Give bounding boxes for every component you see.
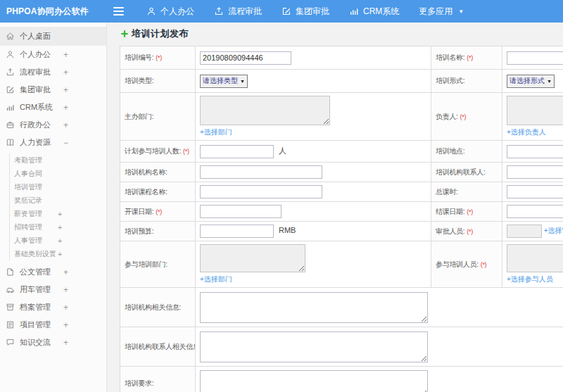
sidebar-subitem-base-category[interactable]: 基础类别设置+ [10,247,106,260]
field-label-join-people: 参与培训人员:(*) [431,241,502,288]
join-people-textarea[interactable] [507,244,563,272]
field-label-training-type: 培训类型: [120,70,196,93]
expand-plus-icon[interactable]: + [63,285,68,295]
field-label-org-name: 培训机构名称: [120,163,196,182]
expand-plus-icon[interactable]: + [63,85,68,95]
sidebar: 个人桌面 个人办公+ 流程审批+ 集团审批+ CRM系统+ 行政办公+ 人力资源… [0,23,107,392]
archive-icon [6,303,15,312]
org-contact-info-textarea[interactable] [200,331,428,362]
training-form-select[interactable]: 请选择形式▼ [507,75,555,88]
select-dept-link[interactable]: +选择部门 [200,274,426,284]
field-label-approver: 审批人员:(*) [431,222,502,241]
topnav-group-approval[interactable]: 集团审批 [272,0,339,23]
end-date-input[interactable] [507,205,563,218]
sidebar-item-vehicle[interactable]: 用车管理+ [0,281,106,298]
org-name-input[interactable] [200,165,322,179]
sidebar-subitem-recruit[interactable]: 招聘管理+ [10,220,106,234]
sidebar-item-archives[interactable]: 档案管理+ [0,298,106,316]
field-label-org-contact-info: 培训机构联系人相关信息: [120,327,196,367]
sidebar-item-crm[interactable]: CRM系统+ [0,99,106,116]
green-plus-icon [120,30,129,38]
field-label-training-form: 培训形式: [431,70,502,93]
expand-plus-icon[interactable]: + [58,207,62,220]
expand-plus-icon[interactable]: + [63,103,68,113]
user-icon [6,50,15,59]
sidebar-item-admin-office[interactable]: 行政办公+ [0,116,106,134]
sidebar-subitem-hr-contract[interactable]: 人事合同 [10,167,106,180]
field-label-planned-count: 计划参与培训人数:(*) [120,141,196,163]
sidebar-subitem-salary[interactable]: 薪资管理+ [10,207,106,220]
expand-plus-icon[interactable]: + [63,303,68,312]
field-label-org-info: 培训机构相关信息: [120,288,196,327]
sidebar-item-process-approval[interactable]: 流程审批+ [0,63,106,81]
expand-plus-icon[interactable]: + [58,247,62,260]
required-marker: (*) [467,208,473,215]
sidebar-subitem-training[interactable]: 培训管理 [10,180,106,194]
field-label-training-name: 培训名称:(*) [431,46,502,70]
sidebar-item-group-approval[interactable]: 集团审批+ [0,81,106,99]
expand-plus-icon[interactable]: + [63,320,68,330]
approver-input[interactable] [507,225,542,238]
org-contact-input[interactable] [507,165,563,179]
bar-chart-icon [349,6,359,16]
select-approver-link[interactable]: +选择审批人员 [544,227,563,234]
expand-plus-icon[interactable]: + [58,234,62,247]
total-hours-input[interactable] [507,185,563,198]
training-type-select[interactable]: 请选择类型▼ [200,75,248,88]
budget-input[interactable] [200,225,274,238]
sidebar-subitem-rewards[interactable]: 奖惩记录 [10,194,106,207]
required-marker: (*) [156,54,162,61]
planned-count-input[interactable] [200,145,274,158]
field-label-requirements: 培训要求: [120,367,196,392]
course-name-input[interactable] [200,185,322,198]
caret-down-icon: ▼ [458,8,464,15]
sidebar-item-knowledge[interactable]: 知识交流+ [0,334,106,351]
sidebar-item-hr[interactable]: 人力资源− [0,134,106,151]
start-date-input[interactable] [200,205,282,218]
training-plan-form: 培训编号:(*) 培训名称:(*) 培训类型: 请选择类型▼ 培训形式: 请选择… [120,46,563,392]
org-info-textarea[interactable] [200,292,428,323]
select-dept-link[interactable]: +选择部门 [200,127,426,137]
sidebar-subitem-personnel[interactable]: 人事管理+ [10,234,106,247]
expand-plus-icon[interactable]: + [63,50,68,60]
required-marker: (*) [183,148,189,155]
topnav-personal-office[interactable]: 个人办公 [137,0,204,23]
edit-icon [282,6,291,16]
sidebar-item-personal-desktop[interactable]: 个人桌面 [0,27,106,46]
topnav-crm-system[interactable]: CRM系统 [339,0,409,23]
page-title: 培训计划发布 [132,27,189,40]
requirements-textarea[interactable] [200,370,428,392]
select-participants-link[interactable]: +选择参与人员 [507,274,563,284]
location-input[interactable] [507,145,563,158]
field-label-end-date: 结课日期:(*) [431,202,502,222]
expand-plus-icon[interactable]: + [63,267,68,277]
expand-plus-icon[interactable]: + [63,338,68,348]
briefcase-icon [6,120,15,129]
sidebar-subitem-attendance[interactable]: 考勤管理 [10,153,106,167]
leader-textarea[interactable] [507,96,563,125]
project-icon [6,320,15,329]
topnav-process-approval[interactable]: 流程审批 [204,0,272,23]
field-label-budget: 培训预算: [120,222,196,241]
collapse-minus-icon[interactable]: − [63,138,68,148]
car-icon [6,285,15,294]
host-dept-textarea[interactable] [200,96,330,125]
sidebar-item-projects[interactable]: 项目管理+ [0,316,106,334]
training-no-input[interactable] [200,51,291,65]
expand-plus-icon[interactable]: + [63,68,68,77]
upload-icon [6,68,15,77]
topnav-more-apps[interactable]: 更多应用▼ [409,0,474,23]
sidebar-item-personal-office[interactable]: 个人办公+ [0,46,106,63]
edit-icon [6,85,15,94]
training-name-input[interactable] [507,51,563,65]
required-marker: (*) [467,54,473,61]
expand-plus-icon[interactable]: + [63,120,68,130]
field-label-training-no: 培训编号:(*) [120,46,196,70]
expand-plus-icon[interactable]: + [58,220,62,234]
select-leader-link[interactable]: +选择负责人 [507,127,563,137]
bar-chart-icon [6,103,15,112]
sidebar-item-official-docs[interactable]: 公文管理+ [0,263,106,281]
menu-toggle-icon[interactable] [111,4,125,18]
field-label-join-dept: 参与培训部门: [120,241,196,288]
join-dept-textarea[interactable] [200,244,305,272]
